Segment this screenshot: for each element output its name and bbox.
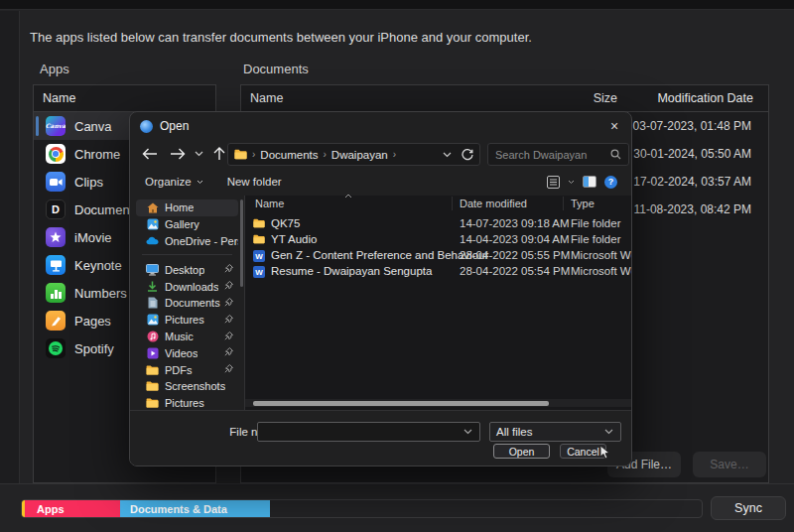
dialog-sidebar: Home Gallery OneDrive - Persor Desktop (130, 196, 244, 410)
column-header-name[interactable]: Name (255, 198, 284, 209)
view-options-chevron-icon[interactable] (568, 180, 575, 185)
file-row-resume-doc[interactable]: W Resume - Dwaipayan Sengupta 28-04-2022… (245, 264, 631, 280)
sidebar-item-onedrive[interactable]: OneDrive - Persor (136, 233, 238, 250)
dialog-titlebar: Open × (130, 112, 631, 140)
footer-divider (0, 483, 794, 484)
documents-table-header[interactable]: Name Size Modification Date (241, 85, 768, 112)
column-header-type[interactable]: Type (571, 198, 595, 209)
canva-icon: Canva (46, 116, 66, 136)
sidebar-label: Desktop (165, 264, 204, 276)
sidebar-item-home[interactable]: Home (136, 200, 238, 216)
chrome-icon (46, 144, 66, 164)
imovie-icon (46, 227, 66, 247)
file-name-dropdown-chevron-icon[interactable] (463, 429, 472, 435)
file-name-input[interactable] (257, 422, 480, 442)
file-row-gen-z-doc[interactable]: W Gen Z - Content Preference and Behavio… (245, 248, 631, 264)
back-icon[interactable] (142, 148, 158, 160)
sidebar-item-pictures[interactable]: Pictures (136, 312, 238, 329)
file-type: File folder (571, 233, 632, 245)
pages-icon (46, 311, 66, 331)
downloads-icon (146, 280, 159, 293)
refresh-icon[interactable] (462, 149, 473, 161)
sidebar-label: Gallery (165, 218, 199, 230)
app-label: Numbers (74, 286, 127, 301)
app-label: Canva (74, 119, 112, 134)
sidebar-scrollbar[interactable] (240, 200, 243, 287)
dialog-nav-toolbar: › Documents › Dwaipayan › Search Dwaipay… (130, 140, 631, 168)
file-date: 14-07-2023 09:18 AM (460, 217, 570, 229)
apps-table-header[interactable]: Name (34, 85, 215, 112)
pin-icon (224, 281, 233, 290)
folder-icon (146, 363, 159, 376)
search-placeholder: Search Dwaipayan (495, 149, 610, 161)
breadcrumb-folder-icon (234, 148, 247, 161)
file-type-dropdown-chevron-icon[interactable] (604, 429, 613, 435)
file-name: Resume - Dwaipayan Sengupta (271, 265, 432, 277)
address-bar[interactable]: › Documents › Dwaipayan › (227, 143, 480, 166)
search-box[interactable]: Search Dwaipayan (487, 143, 629, 166)
column-divider[interactable] (563, 197, 564, 210)
sidebar-item-pdfs[interactable]: PDFs (136, 361, 238, 378)
dialog-title: Open (160, 119, 189, 133)
sidebar-item-documents[interactable]: Documents (136, 295, 238, 312)
address-dropdown-chevron-icon[interactable] (443, 152, 452, 158)
help-icon[interactable]: ? (604, 176, 617, 189)
documents-panel-label: Documents (243, 62, 309, 76)
breadcrumb-separator: › (393, 149, 396, 160)
file-type-value: All files (496, 426, 532, 438)
sidebar-divider (142, 254, 232, 255)
sidebar-label: Screenshots (165, 380, 225, 392)
close-icon[interactable]: × (597, 112, 631, 140)
clips-icon (46, 172, 66, 192)
sidebar-item-music[interactable]: Music (136, 329, 238, 345)
file-type-select[interactable]: All files (489, 422, 621, 442)
dialog-footer: File name: All files Open Cancel (130, 410, 631, 466)
organize-button[interactable]: Organize (145, 176, 203, 188)
file-row-yt-audio[interactable]: YT Audio 14-04-2023 09:04 AM File folder (245, 232, 631, 248)
app-label: Clips (74, 175, 103, 190)
sidebar-item-screenshots[interactable]: Screenshots (136, 378, 238, 395)
sidebar-item-downloads[interactable]: Downloads (136, 278, 238, 295)
breadcrumb-documents[interactable]: Documents (260, 149, 318, 161)
videos-icon (146, 346, 159, 359)
horizontal-scrollbar-track[interactable] (245, 399, 631, 407)
pin-icon (224, 364, 233, 373)
numbers-icon (46, 283, 66, 303)
sidebar-item-videos[interactable]: Videos (136, 344, 238, 361)
word-document-icon: W (253, 266, 265, 278)
up-icon[interactable] (213, 147, 225, 161)
sidebar-label: Music (165, 331, 194, 342)
intro-text: The apps listed below can transfer docum… (30, 30, 532, 45)
file-date: 28-04-2022 05:54 PM (460, 265, 570, 277)
music-icon (146, 330, 159, 342)
file-name: Gen Z - Content Preference and Behaviour (271, 249, 488, 261)
preview-pane-icon[interactable] (583, 176, 596, 188)
new-folder-button[interactable]: New folder (227, 176, 282, 188)
recent-locations-chevron-icon[interactable] (195, 151, 203, 157)
details-view-icon[interactable] (547, 176, 560, 189)
document-modified-date: 30-01-2024, 05:50 AM (633, 147, 751, 161)
forward-icon[interactable] (170, 148, 186, 160)
sidebar-item-gallery[interactable]: Gallery (136, 216, 238, 233)
horizontal-scrollbar-thumb[interactable] (253, 401, 549, 406)
column-header-date-modified[interactable]: Date modified (460, 198, 527, 209)
capacity-segment-apps[interactable]: Apps (25, 500, 120, 517)
app-label: Spotify (74, 341, 114, 356)
capacity-segment-documents[interactable]: Documents & Data (120, 500, 270, 517)
column-divider[interactable] (452, 197, 453, 210)
open-file-dialog: Open × › Documents › Dwaipayan › Se (129, 111, 632, 466)
open-button[interactable]: Open (493, 444, 550, 459)
apps-column-name: Name (43, 91, 75, 105)
sidebar-item-desktop[interactable]: Desktop (136, 261, 238, 278)
breadcrumb-dwaipayan[interactable]: Dwaipayan (331, 149, 388, 161)
folder-icon (146, 380, 159, 393)
file-name: QK75 (271, 217, 300, 229)
documents-app-icon: D (46, 200, 66, 219)
file-list: Name Date modified Type QK75 14-07-2023 … (245, 196, 631, 410)
pin-icon (224, 332, 233, 340)
sync-button[interactable]: Sync (711, 496, 786, 520)
save-button[interactable]: Save… (693, 452, 766, 477)
breadcrumb-separator: › (252, 149, 255, 160)
sidebar-label: Documents (165, 297, 220, 309)
file-row-qk75[interactable]: QK75 14-07-2023 09:18 AM File folder (245, 216, 631, 232)
